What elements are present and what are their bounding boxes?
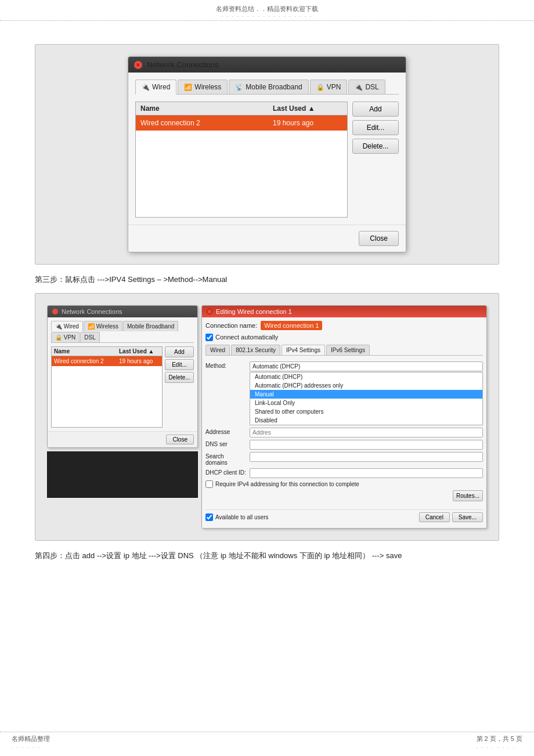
step4-text: 第四步：点击 add -->设置 ip 地址 --->设置 DNS （注意 ip… xyxy=(35,550,499,562)
sm-tab-wireless[interactable]: 📶 Wireless xyxy=(84,321,122,331)
dns-input[interactable] xyxy=(250,440,483,450)
routes-button[interactable]: Routes... xyxy=(453,490,483,501)
require-ipv4-row: Require IPv4 addressing for this connect… xyxy=(205,480,483,488)
cancel-button[interactable]: Cancel xyxy=(419,512,450,522)
sm-btns: Add Edit... Delete... xyxy=(165,346,194,428)
nc-small-window: Network Connections 🔌 Wired 📶 Wireless M… xyxy=(47,305,198,448)
step3-text: 第三步：鼠标点击 --->IPV4 Settings – >Method-->M… xyxy=(35,274,499,286)
search-label: Search domains xyxy=(205,452,246,466)
tab-vpn[interactable]: 🔒 VPN xyxy=(310,79,348,94)
method-option-5[interactable]: Shared to other computers xyxy=(250,407,482,416)
wireless-icon: 📶 xyxy=(184,84,192,91)
edit-tab-wired[interactable]: Wired xyxy=(205,345,230,355)
edit-footer: Available to all users Cancel Save... xyxy=(205,509,483,525)
dns-control xyxy=(250,440,483,450)
sm-conn-name: Wired connection 2 xyxy=(54,358,119,364)
action-buttons: Add Edit... Delete... xyxy=(352,102,399,218)
auto-connect-row: Connect automatically xyxy=(205,334,483,341)
sm-list-header: Name Last Used ▲ xyxy=(52,347,162,356)
footer-left: 名师精品整理 · · · · · · xyxy=(12,735,50,750)
method-dropdown-list: Automatic (DHCP) Automatic (DHCP) addres… xyxy=(250,372,483,425)
tab-mobile-broadband[interactable]: 📡 Mobile Broadband xyxy=(229,79,308,94)
mobile-icon: 📡 xyxy=(235,84,243,91)
window-title: Network Connections xyxy=(147,60,219,69)
address-row: Addresse xyxy=(205,428,483,437)
require-ipv4-checkbox[interactable] xyxy=(205,480,213,488)
sm-title: Network Connections xyxy=(62,308,122,315)
save-button[interactable]: Save... xyxy=(452,512,483,522)
method-option-6[interactable]: Disabled xyxy=(250,416,482,425)
method-label: Method: xyxy=(205,361,246,369)
edit-wired-window: Editing Wired connection 1 Connection na… xyxy=(201,305,487,529)
edit-title: Editing Wired connection 1 xyxy=(216,308,292,315)
close-button[interactable]: Close xyxy=(359,231,399,246)
edit-tab-bar: Wired 802.1x Security IPv4 Settings IPv6… xyxy=(205,345,483,356)
address-label: Addresse xyxy=(205,428,246,435)
sm-tab-dsl[interactable]: DSL xyxy=(80,332,99,342)
header-title: 名师资料总结．．精品资料欢迎下载 xyxy=(0,5,534,13)
sm-tab-vpn[interactable]: 🔒 VPN xyxy=(51,332,80,342)
sm-table-row[interactable]: Wired connection 2 19 hours ago xyxy=(52,356,162,366)
window-footer: Close xyxy=(128,225,406,252)
main-area: Name Last Used ▲ Wired connection 2 19 h… xyxy=(135,102,399,218)
sm-edit-button[interactable]: Edit... xyxy=(165,359,194,370)
header-dots: · · · · · · · · · · · · · · · · · · xyxy=(0,13,534,19)
left-panel: Network Connections 🔌 Wired 📶 Wireless M… xyxy=(47,305,198,529)
search-input[interactable] xyxy=(250,452,483,462)
tab-wired-label: Wired xyxy=(152,83,170,91)
method-option-4[interactable]: Link-Local Only xyxy=(250,399,482,407)
table-row[interactable]: Wired connection 2 19 hours ago xyxy=(136,115,347,131)
dns-row: DNS ser xyxy=(205,440,483,450)
edit-button[interactable]: Edit... xyxy=(352,120,399,135)
add-button[interactable]: Add xyxy=(352,102,399,117)
close-icon[interactable]: ✕ xyxy=(134,61,142,69)
method-row: Method: Automatic (DHCP) Automatic (DHCP… xyxy=(205,361,483,425)
sm-tab-mobile[interactable]: Mobile Broadband xyxy=(123,321,178,331)
wired-icon: 🔌 xyxy=(142,84,150,91)
search-row: Search domains xyxy=(205,452,483,466)
dhcp-input[interactable] xyxy=(250,468,483,478)
method-dropdown[interactable]: Automatic (DHCP) xyxy=(250,361,483,371)
available-label: Available to all users xyxy=(215,514,269,520)
sm-titlebar: Network Connections xyxy=(48,306,197,317)
split-view: Network Connections 🔌 Wired 📶 Wireless M… xyxy=(47,305,487,529)
edit-titlebar: Editing Wired connection 1 xyxy=(202,306,486,317)
method-option-1[interactable]: Automatic (DHCP) xyxy=(250,372,482,381)
sm-col-last: Last Used ▲ xyxy=(119,348,160,355)
sm-delete-button[interactable]: Delete... xyxy=(165,372,194,383)
delete-button[interactable]: Delete... xyxy=(352,139,399,154)
page-header: 名师资料总结．．精品资料欢迎下载 · · · · · · · · · · · ·… xyxy=(0,0,534,21)
available-checkbox[interactable] xyxy=(205,513,213,521)
sm-tab-wired[interactable]: 🔌 Wired xyxy=(51,321,83,331)
tab-wired[interactable]: 🔌 Wired xyxy=(135,79,176,95)
screenshot-1: ✕ Network Connections 🔌 Wired 📶 Wireless xyxy=(35,44,499,265)
sm-add-button[interactable]: Add xyxy=(165,346,194,357)
edit-body: Connection name: Wired connection 1 Conn… xyxy=(202,317,486,528)
tab-wireless[interactable]: 📶 Wireless xyxy=(178,79,228,94)
footer-right: 第 2 页，共 5 页 · · · · · · · · xyxy=(477,735,522,750)
list-header: Name Last Used ▲ xyxy=(136,102,347,115)
search-control xyxy=(250,452,483,462)
connection-last-used: 19 hours ago xyxy=(273,119,342,127)
edit-close-icon[interactable] xyxy=(207,309,212,314)
sm-footer: Close xyxy=(48,431,197,447)
sm-body: 🔌 Wired 📶 Wireless Mobile Broadband 🔒 VP… xyxy=(48,317,197,431)
titlebar: ✕ Network Connections xyxy=(128,57,406,73)
col-name-header: Name xyxy=(140,104,273,113)
method-option-3[interactable]: Manual xyxy=(250,390,482,399)
sm-col-name: Name xyxy=(54,348,119,355)
edit-tab-ipv6[interactable]: IPv6 Settings xyxy=(326,345,370,355)
edit-tab-ipv4[interactable]: IPv4 Settings xyxy=(282,345,325,355)
available-row: Available to all users xyxy=(205,513,269,521)
dsl-icon: 🔌 xyxy=(355,84,363,91)
tab-dsl[interactable]: 🔌 DSL xyxy=(348,79,385,94)
method-option-2[interactable]: Automatic (DHCP) addresses only xyxy=(250,381,482,390)
right-panel: Editing Wired connection 1 Connection na… xyxy=(201,305,487,529)
auto-connect-checkbox[interactable] xyxy=(205,334,213,341)
sm-close-button[interactable]: Close xyxy=(166,435,194,444)
method-control: Automatic (DHCP) Automatic (DHCP) Automa… xyxy=(250,361,483,425)
edit-tab-8021x[interactable]: 802.1x Security xyxy=(231,345,280,355)
address-input[interactable] xyxy=(250,428,483,437)
sm-close-icon[interactable] xyxy=(52,309,58,314)
col-last-header: Last Used ▲ xyxy=(273,104,342,113)
